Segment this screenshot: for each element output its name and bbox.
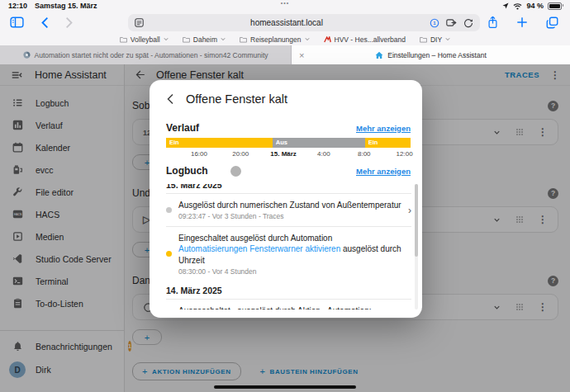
tab-home-assistant[interactable]: × Einstellungen – Home Assistant (292, 45, 570, 64)
entity-link[interactable]: Automatisierungen Fensterwarner aktivier… (178, 244, 340, 253)
chevron-down-icon (164, 37, 169, 41)
folder-icon (420, 36, 427, 43)
segment-label: Aus (273, 139, 287, 146)
ipad-screen: 12:10 Samstag 15. März 94 % ••• homeassi… (0, 0, 570, 392)
logbook-entry-body: Ausgelöst durch numerischen Zustand von … (178, 200, 401, 220)
safari-toolbar: homeassistant.local 1 (0, 12, 570, 33)
axis-tick: 15. März (270, 150, 297, 158)
battery-icon (548, 2, 562, 10)
multitasking-indicator[interactable]: ••• (281, 0, 289, 6)
text-run: Ausgeschaltet , ausgelöst durch Aktion -… (178, 306, 371, 309)
new-tab-icon[interactable] (516, 17, 528, 28)
axis-tick: 16:00 (191, 150, 207, 158)
bookmark-diy[interactable]: DIY (420, 35, 450, 44)
chevron-down-icon (221, 37, 226, 41)
segment-label: Ein (166, 139, 179, 146)
logbook-entry-text: Ausgeschaltet , ausgelöst durch Aktion -… (178, 305, 411, 309)
scrollbar-thumb[interactable] (415, 184, 418, 257)
timeline-segment-ein[interactable]: Ein (166, 138, 273, 148)
axis-tick: 12:00 (397, 150, 413, 158)
bookmark-daheim[interactable]: Daheim (183, 35, 226, 44)
forward-icon[interactable] (65, 17, 74, 29)
tab-community[interactable]: Automation startet nicht oder zu spät - … (0, 45, 292, 64)
status-date: Samstag 15. März (35, 2, 97, 10)
automation-info-dialog: Offene Fenster kalt Verlauf Mehr anzeige… (150, 80, 422, 318)
chevron-right-icon[interactable]: › (408, 205, 411, 216)
reload-icon[interactable] (463, 18, 473, 28)
folder-icon (183, 36, 190, 43)
logbook-entry-text: Ausgelöst durch numerischen Zustand von … (178, 200, 401, 210)
dialog-title: Offene Fenster kalt (186, 92, 287, 106)
battery-percent: 94 % (526, 2, 544, 10)
url-text[interactable]: homeassistant.local (144, 18, 430, 27)
tabs-overview-icon[interactable] (546, 17, 558, 29)
logbook-list[interactable]: 15. März 2025Ausgelöst durch numerischen… (166, 184, 411, 309)
history-more-link[interactable]: Mehr anzeigen (356, 124, 411, 133)
share-icon[interactable] (487, 16, 498, 29)
dialog-back-icon[interactable] (166, 93, 174, 105)
logbook-date-header: 14. März 2025 (166, 286, 411, 295)
bookmark-reiseplanungen[interactable]: Reiseplanungen (240, 35, 309, 44)
timeline-axis: 16:0020:0015. März4:008:0012:00 (166, 150, 411, 158)
back-icon[interactable] (40, 17, 49, 29)
clock: 12:10 (8, 2, 27, 10)
tab-title: Einstellungen – Home Assistant (387, 51, 487, 59)
divider (166, 226, 411, 227)
logbook-entry-text: Eingeschaltet ausgelöst durch Automation (178, 233, 411, 243)
bookmark-volleyball[interactable]: Volleyball (120, 35, 169, 44)
sidebar-toggle-icon[interactable] (10, 17, 24, 28)
logbook-date-header: 15. März 2025 (166, 184, 411, 190)
timeline-segment-aus[interactable]: Aus (273, 138, 365, 148)
tab-bar: Automation startet nicht oder zu spät - … (0, 45, 570, 64)
loading-spinner (230, 166, 241, 177)
chevron-down-icon (445, 37, 450, 41)
axis-tick: 8:00 (358, 150, 371, 158)
logbook-entry-meta: 09:23:47 - Vor 3 Stunden - Traces (178, 212, 401, 220)
site-favicon (324, 36, 331, 43)
bookmarks-bar: VolleyballDaheimReiseplanungenHVV - Hes.… (0, 33, 570, 45)
state-dot (166, 251, 172, 257)
divider (166, 193, 411, 194)
logbook-entry[interactable]: Ausgeschaltet , ausgelöst durch Aktion -… (166, 303, 411, 309)
logbook-entry[interactable]: Eingeschaltet ausgelöst durch Automation… (166, 230, 411, 278)
text-run: Eingeschaltet ausgelöst durch Automation (178, 234, 332, 243)
address-bar[interactable]: homeassistant.local 1 (128, 14, 480, 31)
bookmark-label: Volleyball (131, 35, 160, 44)
logbook-entry[interactable]: Ausgelöst durch numerischen Zustand von … (166, 197, 411, 223)
logbook-more-link[interactable]: Mehr anzeigen (356, 167, 411, 176)
logbook-entry-body: Ausgeschaltet , ausgelöst durch Aktion -… (178, 305, 411, 309)
bookmark-label: Daheim (193, 35, 217, 44)
logbook-heading: Logbuch (166, 165, 208, 177)
home-assistant-favicon (375, 51, 383, 59)
logbook-entry-meta: 08:30:00 - Vor 4 Stunden (178, 267, 411, 276)
segment-label: Ein (365, 139, 378, 146)
community-favicon (23, 51, 31, 59)
bookmark-label: Reiseplanungen (250, 35, 301, 44)
extension-icon[interactable] (446, 18, 457, 27)
location-icon (502, 2, 509, 9)
history-heading: Verlauf (166, 122, 199, 134)
logbook-entry-text: Automatisierungen Fensterwarner aktivier… (178, 243, 411, 265)
folder-icon (120, 36, 127, 43)
home-indicator[interactable] (214, 385, 356, 390)
reader-icon[interactable] (135, 18, 144, 27)
state-dot (166, 207, 172, 213)
wifi-icon (513, 2, 522, 10)
scrollbar[interactable] (415, 184, 418, 309)
folder-icon (240, 36, 247, 43)
tab-title: Automation startet nicht oder zu spät - … (35, 51, 268, 59)
logbook-entry-body: Eingeschaltet ausgelöst durch Automation… (178, 233, 411, 276)
bookmark-label: HVV - Hes...allverband (335, 35, 406, 44)
divider (166, 299, 411, 300)
chevron-down-icon (305, 37, 310, 41)
bookmark-label: DIY (430, 35, 442, 44)
state-timeline[interactable]: EinAusEin (166, 138, 411, 148)
svg-text:1: 1 (433, 21, 436, 26)
axis-tick: 20:00 (232, 150, 249, 158)
timeline-segment-ein[interactable]: Ein (365, 138, 411, 148)
text-run: Ausgelöst durch numerischen Zustand von … (178, 201, 401, 210)
onepassword-icon[interactable]: 1 (430, 18, 439, 28)
bookmark-hvv-hes-allverband[interactable]: HVV - Hes...allverband (324, 35, 406, 44)
axis-tick: 4:00 (317, 150, 330, 158)
close-tab-icon[interactable]: × (299, 50, 304, 59)
